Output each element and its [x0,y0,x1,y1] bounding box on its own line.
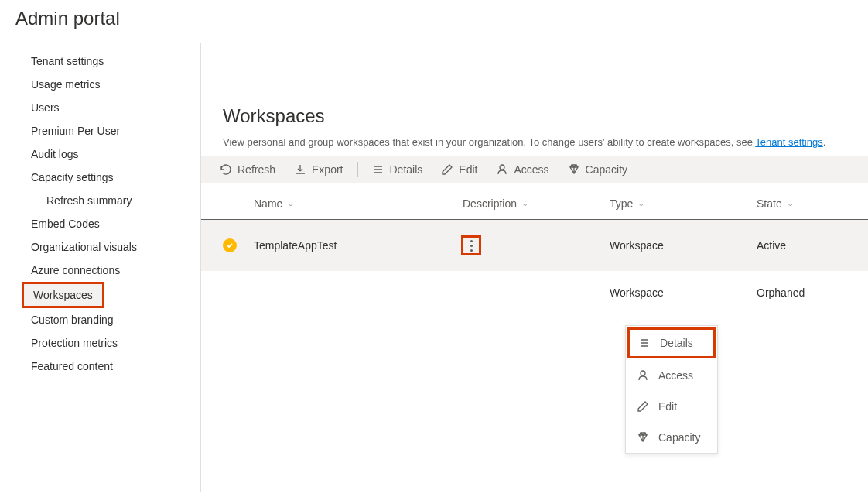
check-icon [226,242,234,249]
access-label: Access [514,163,548,176]
column-state[interactable]: State ⌄ [757,197,846,210]
capacity-button[interactable]: Capacity [560,160,635,179]
menu-access-label: Access [658,369,693,382]
page-title: Admin portal [0,0,868,43]
col-state-label: State [757,197,782,210]
pencil-icon [637,400,649,413]
person-icon [496,163,508,176]
row-type: Workspace [610,239,757,252]
sidebar-item-premium-per-user[interactable]: Premium Per User [0,119,200,142]
menu-edit-label: Edit [658,400,677,413]
row-check [223,238,254,252]
row-description [463,235,610,255]
col-desc-label: Description [463,197,517,210]
sidebar-item-azure-connections[interactable]: Azure connections [0,259,200,282]
sidebar-item-featured-content[interactable]: Featured content [0,355,200,378]
row-state: Active [757,239,846,252]
download-icon [294,163,306,176]
main-content: Workspaces View personal and group works… [201,43,868,492]
more-options-button[interactable] [461,235,481,255]
chevron-down-icon: ⌄ [637,200,644,207]
sidebar-item-custom-branding[interactable]: Custom branding [0,308,200,331]
menu-item-edit[interactable]: Edit [626,391,717,422]
row-type: Workspace [610,286,757,299]
sidebar-item-tenant-settings[interactable]: Tenant settings [0,50,200,73]
check-circle-icon [223,238,237,252]
menu-item-access[interactable]: Access [626,360,717,391]
sidebar-item-protection-metrics[interactable]: Protection metrics [0,331,200,355]
export-button[interactable]: Export [286,160,350,179]
edit-label: Edit [459,163,477,176]
details-label: Details [390,163,423,176]
menu-item-capacity[interactable]: Capacity [626,422,717,453]
context-menu: Details Access Edit Capacity [625,325,718,454]
dots-icon [470,249,473,252]
toolbar: Refresh Export Details Edit Access Cap [201,156,868,183]
diamond-icon [637,431,649,444]
section-title: Workspaces [201,105,868,136]
list-icon [638,337,651,349]
sidebar: Tenant settings Usage metrics Users Prem… [0,43,201,492]
table-header: Name ⌄ Description ⌄ Type ⌄ State ⌄ [201,183,868,220]
refresh-icon [220,163,232,176]
refresh-label: Refresh [238,163,275,176]
dots-icon [470,245,473,247]
chevron-down-icon: ⌄ [287,200,294,207]
menu-item-details[interactable]: Details [627,327,716,358]
column-name[interactable]: Name ⌄ [254,197,463,210]
table-row[interactable]: TemplateAppTest Workspace Active [201,220,868,271]
sidebar-item-audit-logs[interactable]: Audit logs [0,142,200,166]
table-row[interactable]: Workspace Orphaned [201,271,868,314]
pencil-icon [441,163,453,176]
edit-button[interactable]: Edit [433,160,485,179]
refresh-button[interactable]: Refresh [212,160,283,179]
svg-point-1 [641,371,645,375]
export-label: Export [312,163,343,176]
sidebar-item-refresh-summary[interactable]: Refresh summary [0,189,200,212]
diamond-icon [568,163,580,176]
person-icon [637,369,649,382]
sidebar-item-users[interactable]: Users [0,96,200,119]
column-description[interactable]: Description ⌄ [463,197,610,210]
row-state: Orphaned [757,286,846,299]
details-button[interactable]: Details [364,160,431,179]
sidebar-item-usage-metrics[interactable]: Usage metrics [0,73,200,96]
col-name-label: Name [254,197,282,210]
capacity-label: Capacity [586,163,627,176]
section-description: View personal and group workspaces that … [201,136,868,156]
menu-capacity-label: Capacity [658,431,700,444]
sidebar-item-organizational-visuals[interactable]: Organizational visuals [0,235,200,259]
desc-suffix: . [823,136,826,148]
list-icon [372,163,384,176]
svg-point-0 [500,165,504,170]
chevron-down-icon: ⌄ [787,200,794,207]
sidebar-item-workspaces[interactable]: Workspaces [22,282,104,308]
access-button[interactable]: Access [488,160,556,179]
sidebar-item-embed-codes[interactable]: Embed Codes [0,212,200,235]
column-type[interactable]: Type ⌄ [610,197,757,210]
dots-icon [470,240,473,242]
col-type-label: Type [610,197,633,210]
chevron-down-icon: ⌄ [521,200,528,207]
toolbar-divider [357,162,358,177]
desc-text: View personal and group workspaces that … [223,136,755,148]
menu-details-label: Details [660,337,693,349]
row-name: TemplateAppTest [254,239,463,252]
sidebar-item-capacity-settings[interactable]: Capacity settings [0,166,200,189]
tenant-settings-link[interactable]: Tenant settings [755,136,822,148]
